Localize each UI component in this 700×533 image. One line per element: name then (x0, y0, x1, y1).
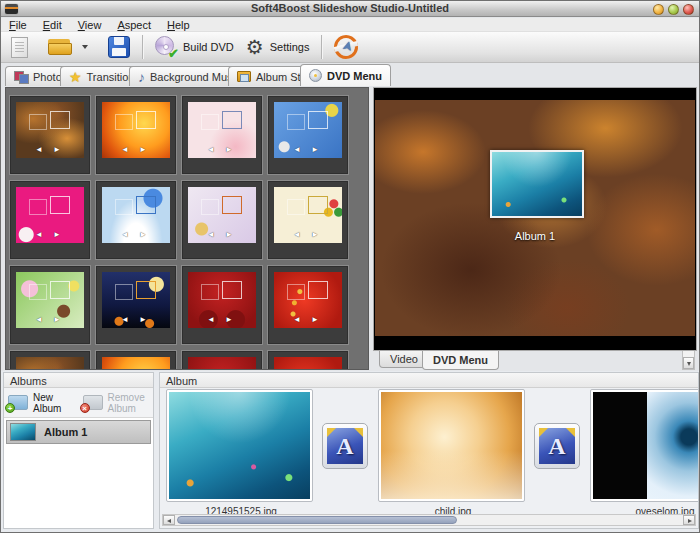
transition-letter-icon: A (336, 433, 353, 459)
nav-arrows-icon: ◄ ► (188, 145, 256, 154)
open-folder-icon (48, 39, 72, 56)
template-thumbnail-cartoon-garden[interactable]: ◄ ► (10, 266, 90, 344)
new-album-label: New Album (33, 392, 75, 414)
scroll-left-icon[interactable] (163, 515, 175, 525)
template-thumbnail-partial[interactable] (96, 351, 176, 370)
toolbar-separator (142, 35, 143, 59)
new-album-button[interactable]: + New Album (4, 388, 79, 417)
scroll-right-icon[interactable] (683, 515, 695, 525)
template-thumbnail-gift-pastel[interactable]: ◄ ► (182, 181, 262, 259)
tab-label: DVD Menu (433, 354, 488, 366)
check-icon: ✔ (168, 46, 179, 61)
album-panel-header: Album (160, 373, 698, 388)
nav-arrows-icon: ◄ ► (102, 230, 170, 239)
template-grid: ◄ ► ◄ ► ◄ ► ◄ ► ◄ ► ◄ ► ◄ ► ◄ ► ◄ ► ◄ ► … (10, 96, 354, 370)
template-thumbnail-balloon-blue[interactable]: ◄ ► (96, 181, 176, 259)
photo-thumbnail-eye[interactable] (590, 389, 699, 502)
toolbar-separator (321, 35, 322, 59)
preview-background-image (375, 100, 695, 336)
menu-help[interactable]: Help (164, 19, 193, 31)
nav-arrows-icon: ◄ ► (16, 315, 84, 324)
build-dvd-button[interactable]: ✔ Build DVD (149, 33, 240, 61)
template-thumbnail-partial[interactable] (10, 351, 90, 370)
template-thumbnail-red-frames[interactable]: ◄ ► (182, 266, 262, 344)
menu-bar: File Edit View Aspect Help (1, 18, 699, 32)
settings-label: Settings (270, 41, 310, 53)
tab-label: Video (390, 353, 418, 365)
tab-label: DVD Menu (327, 70, 382, 82)
save-floppy-icon (108, 36, 130, 58)
dvd-menu-preview: Album 1 (373, 87, 697, 351)
template-thumbnail-baby-pink[interactable]: ◄ ► (182, 96, 262, 174)
album-preview-thumbnail[interactable] (490, 150, 584, 218)
open-dropdown-icon[interactable] (82, 45, 88, 49)
new-document-icon (11, 37, 28, 58)
template-thumbnail-red-gold[interactable]: ◄ ► (268, 266, 348, 344)
plus-badge-icon: + (5, 403, 15, 413)
cross-badge-icon: × (80, 403, 90, 413)
nav-arrows-icon: ◄ ► (16, 230, 84, 239)
template-thumbnail-autumn[interactable]: ◄ ► (10, 96, 90, 174)
main-tab-bar: Photos ★ Transitions ♪ Background Music … (1, 64, 699, 86)
remove-album-button[interactable]: × Remove Album (79, 388, 154, 417)
menu-aspect[interactable]: Aspect (114, 19, 154, 31)
title-bar[interactable]: Soft4Boost Slideshow Studio-Untitled (1, 1, 699, 17)
preview-tab-bar: Video DVD Menu (373, 351, 697, 370)
menu-edit[interactable]: Edit (40, 19, 65, 31)
photo-strip-scrollbar[interactable] (162, 514, 696, 526)
app-icon (5, 4, 18, 14)
template-thumbnail-partial[interactable] (182, 351, 262, 370)
photo-strip: A A (160, 389, 698, 505)
transition-button[interactable]: A (534, 423, 580, 469)
album-item-thumbnail (10, 423, 36, 441)
minimize-button[interactable] (653, 4, 664, 15)
albums-panel-header: Albums (4, 373, 153, 388)
template-thumbnail-toys-blue[interactable]: ◄ ► (268, 96, 348, 174)
album-style-icon (237, 71, 251, 82)
gear-icon: ⚙ (246, 37, 264, 57)
nav-arrows-icon: ◄ ► (102, 315, 170, 324)
new-project-button[interactable] (5, 33, 34, 61)
remove-album-label: Remove Album (108, 392, 150, 414)
disc-icon (309, 69, 322, 82)
template-thumbnail-fire[interactable]: ◄ ► (96, 96, 176, 174)
menu-view[interactable]: View (75, 19, 105, 31)
albums-panel: Albums + New Album × Remove Album Album … (3, 372, 154, 529)
nav-arrows-icon: ◄ ► (188, 315, 256, 324)
album-photos-panel: Album A A 1214951525.jpg child.jpg ovese… (159, 372, 699, 529)
photo-thumbnail-child[interactable] (378, 389, 525, 502)
nav-arrows-icon: ◄ ► (274, 145, 342, 154)
close-button[interactable] (683, 4, 694, 15)
photo-thumbnail-underwater[interactable] (166, 389, 313, 502)
tab-dvd-menu[interactable]: DVD Menu (300, 64, 391, 86)
tab-preview-dvd-menu[interactable]: DVD Menu (422, 351, 499, 370)
pointer-mode-button[interactable]: ➤ (328, 33, 364, 61)
template-thumbnail-party-cream[interactable]: ◄ ► (268, 181, 348, 259)
template-thumbnail-halloween[interactable]: ◄ ► (96, 266, 176, 344)
nav-arrows-icon: ◄ ► (188, 230, 256, 239)
tab-label: Background Music (150, 71, 241, 83)
build-dvd-label: Build DVD (183, 41, 234, 53)
nav-arrows-icon: ◄ ► (16, 145, 84, 154)
maximize-button[interactable] (668, 4, 679, 15)
dvd-disc-icon: ✔ (155, 36, 177, 58)
album-item-name: Album 1 (44, 426, 87, 438)
music-note-icon: ♪ (138, 71, 145, 83)
template-thumbnail-teddy-magenta[interactable]: ◄ ► (10, 181, 90, 259)
toolbar: ✔ Build DVD ⚙ Settings ➤ (1, 32, 699, 63)
album-list-item[interactable]: Album 1 (6, 420, 151, 444)
template-thumbnail-partial[interactable] (268, 351, 348, 370)
new-album-icon: + (8, 395, 28, 410)
app-window: Soft4Boost Slideshow Studio-Untitled Fil… (0, 0, 700, 533)
transition-button[interactable]: A (322, 423, 368, 469)
nav-arrows-icon: ◄ ► (274, 230, 342, 239)
nav-arrows-icon: ◄ ► (274, 315, 342, 324)
settings-button[interactable]: ⚙ Settings (240, 33, 316, 61)
transition-letter-icon: A (548, 433, 565, 459)
open-project-button[interactable] (34, 33, 94, 61)
save-project-button[interactable] (94, 33, 136, 61)
bottom-area: Albums + New Album × Remove Album Album … (1, 371, 700, 532)
star-icon: ★ (69, 71, 82, 83)
scrollbar-thumb[interactable] (177, 516, 457, 524)
menu-file[interactable]: File (6, 19, 30, 31)
